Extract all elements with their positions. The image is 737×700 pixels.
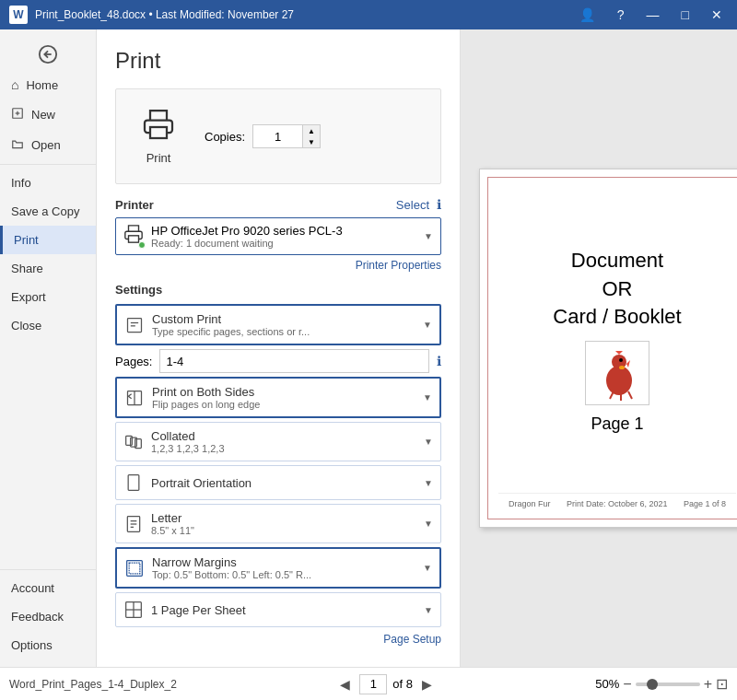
close-button[interactable]: ✕ — [706, 6, 728, 24]
printer-dropdown[interactable]: HP OfficeJet Pro 9020 series PCL-3 Ready… — [115, 217, 441, 255]
settings-label: Settings — [115, 283, 441, 297]
setting-custom-print[interactable]: Custom Print Type specific pages, sectio… — [115, 304, 441, 345]
sidebar-item-new-label: New — [31, 108, 55, 122]
open-icon — [11, 137, 24, 153]
printer-section-header: Printer Select ℹ — [115, 197, 441, 212]
copies-input[interactable] — [252, 124, 303, 148]
setting-duplex[interactable]: Print on Both Sides Flip pages on long e… — [115, 377, 441, 418]
pages-per-sheet-text: 1 Page Per Sheet — [151, 603, 416, 617]
zoom-in-button[interactable]: + — [704, 676, 712, 693]
paper-size-arrow: ▼ — [424, 519, 433, 529]
sidebar-item-open-label: Open — [31, 138, 61, 152]
pages-label: Pages: — [115, 355, 152, 368]
svg-point-25 — [606, 366, 632, 395]
sidebar-item-close[interactable]: Close — [0, 311, 96, 340]
pages-row: Pages: ℹ — [115, 349, 441, 373]
setting-collated[interactable]: Collated 1,2,3 1,2,3 1,2,3 ▼ — [115, 422, 441, 461]
titlebar-left: W Print_Booklet_48.docx • Last Modified:… — [9, 6, 294, 24]
setting-orientation[interactable]: Portrait Orientation ▼ — [115, 465, 441, 500]
zoom-out-button[interactable]: − — [623, 676, 631, 693]
bottom-bar: Word_Print_Pages_1-4_Duplex_2 ◀ of 8 ▶ 5… — [0, 667, 737, 700]
sidebar-item-feedback[interactable]: Feedback — [0, 602, 96, 631]
svg-rect-6 — [129, 236, 139, 242]
printer-section-label: Printer — [115, 198, 154, 212]
pages-info-icon[interactable]: ℹ — [437, 354, 441, 368]
duplex-arrow: ▼ — [423, 392, 432, 402]
sidebar-item-options[interactable]: Options — [0, 631, 96, 659]
copies-increment[interactable]: ▲ — [303, 125, 320, 136]
zoom-level-label: 50% — [595, 677, 619, 691]
printer-status: Ready: 1 document waiting — [151, 238, 416, 249]
pages-input[interactable] — [159, 349, 429, 373]
fit-page-button[interactable]: ⊡ — [716, 675, 728, 693]
back-button[interactable] — [0, 39, 96, 70]
sidebar-item-info-label: Info — [11, 176, 31, 190]
titlebar-title: Print_Booklet_48.docx • Last Modified: N… — [35, 8, 294, 21]
prev-page-button[interactable]: ◀ — [336, 675, 354, 694]
nav-spacer — [0, 340, 96, 566]
custom-print-sub: Type specific pages, sections or r... — [152, 326, 415, 337]
printer-name: HP OfficeJet Pro 9020 series PCL-3 — [151, 224, 416, 238]
page-title: Print — [115, 48, 441, 74]
minimize-button[interactable]: — — [641, 6, 665, 24]
maximize-button[interactable]: □ — [676, 6, 695, 24]
collated-main: Collated — [151, 429, 416, 443]
preview-footer-date: Print Date: October 6, 2021 — [567, 499, 668, 508]
svg-marker-27 — [615, 351, 623, 355]
svg-line-31 — [610, 391, 614, 399]
paper-size-main: Letter — [151, 511, 416, 525]
sidebar-divider-bottom — [0, 569, 96, 570]
print-button-area: Print Copies: ▲ ▼ — [115, 88, 441, 184]
preview-panel: Document OR Card / Booklet — [461, 29, 737, 667]
sidebar-item-account[interactable]: Account — [0, 574, 96, 602]
print-icon — [142, 108, 175, 147]
svg-rect-5 — [150, 127, 167, 138]
sidebar-item-share[interactable]: Share — [0, 254, 96, 283]
sidebar-item-open[interactable]: Open — [0, 130, 96, 160]
collated-arrow: ▼ — [424, 437, 433, 447]
margins-arrow: ▼ — [423, 563, 432, 573]
sidebar-item-print[interactable]: Print — [0, 226, 96, 254]
sidebar-item-new[interactable]: New — [0, 99, 96, 130]
pages-per-sheet-icon — [123, 600, 144, 620]
setting-paper-size[interactable]: Letter 8.5" x 11" ▼ — [115, 504, 441, 543]
duplex-icon — [124, 388, 145, 408]
next-page-button[interactable]: ▶ — [418, 675, 436, 694]
zoom-slider[interactable] — [636, 682, 700, 686]
page-setup-link[interactable]: Page Setup — [115, 633, 441, 646]
paper-size-sub: 8.5" x 11" — [151, 525, 416, 536]
select-printer-link[interactable]: Select — [396, 198, 429, 212]
total-pages-label: of 8 — [392, 677, 413, 691]
help-button[interactable]: ? — [612, 6, 630, 24]
printer-icon-wrap — [123, 224, 144, 249]
copies-decrement[interactable]: ▼ — [303, 136, 320, 147]
print-button[interactable]: Print — [127, 100, 190, 172]
sidebar-item-home[interactable]: ⌂ Home — [0, 70, 96, 99]
page-preview: Document OR Card / Booklet — [479, 169, 737, 528]
people-icon[interactable]: 👤 — [574, 6, 601, 24]
titlebar: W Print_Booklet_48.docx • Last Modified:… — [0, 0, 737, 29]
sidebar-item-export[interactable]: Export — [0, 283, 96, 311]
printer-info-icon[interactable]: ℹ — [437, 197, 441, 212]
setting-pages-per-sheet[interactable]: 1 Page Per Sheet ▼ — [115, 592, 441, 627]
svg-rect-21 — [129, 563, 140, 574]
sidebar-item-home-label: Home — [26, 78, 58, 92]
sidebar-item-save-copy[interactable]: Save a Copy — [0, 197, 96, 226]
preview-footer-page: Page 1 of 8 — [684, 499, 726, 508]
printer-properties-link[interactable]: Printer Properties — [115, 259, 441, 272]
sidebar-item-export-label: Export — [11, 290, 46, 304]
setting-margins[interactable]: Narrow Margins Top: 0.5" Bottom: 0.5" Le… — [115, 547, 441, 589]
preview-title: Document OR Card / Booklet — [553, 247, 681, 332]
svg-line-33 — [628, 391, 632, 399]
home-icon: ⌂ — [11, 77, 18, 92]
preview-content: Document OR Card / Booklet — [553, 188, 681, 493]
page-number-input[interactable] — [359, 674, 387, 694]
sidebar-item-info[interactable]: Info — [0, 169, 96, 197]
collated-sub: 1,2,3 1,2,3 1,2,3 — [151, 443, 416, 454]
margins-sub: Top: 0.5" Bottom: 0.5" Left: 0.5" R... — [152, 569, 415, 580]
new-icon — [11, 107, 24, 122]
custom-print-main: Custom Print — [152, 312, 415, 326]
orientation-main: Portrait Orientation — [151, 476, 416, 490]
paper-size-icon — [123, 514, 144, 534]
pages-per-sheet-main: 1 Page Per Sheet — [151, 603, 416, 617]
